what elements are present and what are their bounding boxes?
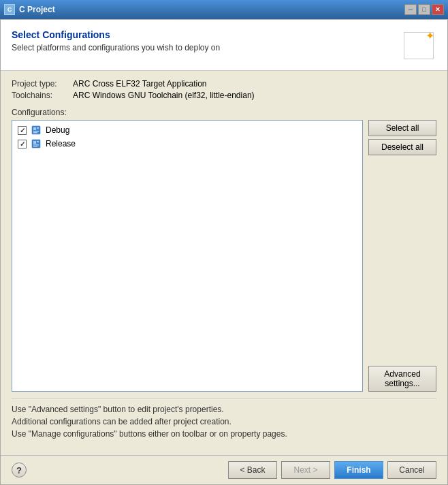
note-3: Use "Manage configurations" buttons eith… — [12, 429, 436, 439]
help-button[interactable]: ? — [12, 463, 27, 478]
config-item-debug[interactable]: Debug — [15, 123, 359, 137]
star-icon: ✦ — [426, 29, 436, 40]
maximize-button[interactable]: □ — [418, 4, 430, 15]
next-button[interactable]: Next > — [281, 461, 330, 479]
close-button[interactable]: ✕ — [432, 4, 444, 15]
config-side-buttons: Select all Deselect all Advanced setting… — [368, 120, 436, 392]
project-type-value: ARC Cross ELF32 Target Application — [73, 79, 207, 89]
cancel-button[interactable]: Cancel — [387, 461, 436, 479]
dialog-subtitle: Select platforms and configurations you … — [12, 43, 404, 52]
title-bar-controls[interactable]: ─ □ ✕ — [404, 4, 444, 15]
config-label-release: Release — [46, 139, 76, 148]
config-icon-release — [31, 138, 42, 149]
dialog: Select Configurations Select platforms a… — [0, 19, 448, 485]
svg-rect-1 — [33, 127, 36, 130]
window-title: C Project — [19, 5, 55, 14]
back-button[interactable]: < Back — [228, 461, 277, 479]
project-type-row: Project type: ARC Cross ELF32 Target App… — [12, 79, 436, 89]
footer-buttons: < Back Next > Finish Cancel — [228, 461, 436, 479]
svg-rect-6 — [33, 141, 36, 144]
dialog-footer: ? < Back Next > Finish Cancel — [1, 455, 447, 484]
config-icon-debug — [31, 125, 42, 136]
config-checkbox-release[interactable] — [18, 140, 27, 148]
minimize-button[interactable]: ─ — [404, 4, 417, 15]
title-bar: C C Project ─ □ ✕ — [0, 0, 448, 19]
header-text: Select Configurations Select platforms a… — [12, 29, 404, 52]
notes-area: Use "Advanced settings" button to edit p… — [12, 398, 436, 447]
app-icon: C — [4, 4, 15, 15]
toolchains-value: ARC Windows GNU Toolchain (elf32, little… — [73, 91, 255, 100]
deselect-all-button[interactable]: Deselect all — [368, 139, 436, 155]
svg-rect-2 — [37, 127, 39, 129]
dialog-title: Select Configurations — [12, 29, 404, 40]
config-item-release[interactable]: Release — [15, 137, 359, 151]
note-2: Additional configurations can be added a… — [12, 417, 436, 426]
project-type-label: Project type: — [12, 79, 73, 89]
config-checkbox-debug[interactable] — [18, 126, 27, 135]
svg-rect-4 — [33, 132, 37, 134]
dialog-header: Select Configurations Select platforms a… — [1, 20, 447, 71]
svg-rect-7 — [37, 141, 39, 142]
note-1: Use "Advanced settings" button to edit p… — [12, 405, 436, 414]
svg-rect-9 — [33, 146, 37, 147]
svg-rect-3 — [33, 131, 39, 132]
advanced-settings-button[interactable]: Advanced settings... — [368, 366, 436, 392]
svg-rect-8 — [33, 144, 39, 146]
config-label-debug: Debug — [46, 125, 69, 135]
select-all-button[interactable]: Select all — [368, 120, 436, 136]
dialog-body: Project type: ARC Cross ELF32 Target App… — [1, 71, 447, 455]
toolchains-label: Toolchains: — [12, 91, 73, 100]
configurations-listbox[interactable]: Debug Release — [12, 120, 363, 392]
config-area: Debug Release Select all Deselect all Ad… — [12, 120, 436, 392]
toolchains-row: Toolchains: ARC Windows GNU Toolchain (e… — [12, 91, 436, 100]
footer-left: ? — [12, 463, 27, 478]
configurations-label: Configurations: — [12, 108, 436, 117]
header-icon: ✦ — [404, 29, 436, 62]
finish-button[interactable]: Finish — [334, 461, 383, 479]
